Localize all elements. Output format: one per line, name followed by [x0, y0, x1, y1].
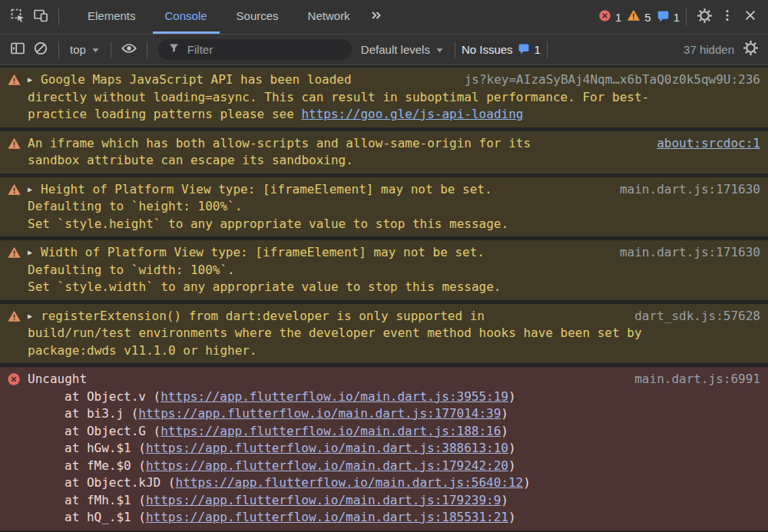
message-text: ) [508, 458, 516, 473]
chevron-down-icon [91, 43, 100, 56]
message-text: ) [523, 475, 531, 490]
console-toolbar: top Default levels [0, 35, 768, 65]
message-text: An iframe which has both allow-scripts a… [28, 136, 531, 150]
error-filter-badge[interactable]: 1 [598, 9, 621, 25]
message-line: package:dwds v11.1.0 or higher. [28, 342, 760, 360]
log-levels-dropdown[interactable]: Default levels [356, 41, 449, 58]
message-text: ) [508, 389, 516, 404]
inspect-cursor-icon [10, 8, 25, 26]
tab-sources[interactable]: Sources [224, 0, 291, 34]
more-options-button[interactable] [716, 5, 739, 28]
message-line: Set `style.width` to any appropriate val… [28, 279, 760, 296]
device-toolbar-icon [33, 8, 48, 26]
source-location-link[interactable]: about:srcdoc:1 [643, 135, 760, 153]
more-panels-button[interactable] [365, 5, 388, 28]
message-link[interactable]: https://app.flutterflow.io/main.dart.js:… [161, 424, 501, 438]
message-content: Uncaughtmain.dart.js:6991at Object.v (ht… [28, 371, 760, 527]
tab-network[interactable]: Network [296, 0, 362, 34]
message-line: Set `style.height` to any appropriate va… [28, 216, 760, 233]
message-link[interactable]: https://app.flutterflow.io/main.dart.js:… [146, 458, 508, 473]
message-filter-badge[interactable]: 1 [657, 9, 680, 25]
filter-input[interactable] [187, 43, 326, 56]
tab-console[interactable]: Console [153, 0, 220, 34]
javascript-context-selector[interactable]: top [65, 41, 104, 58]
message-content: ▶Width of Platform View type: [iframeEle… [28, 244, 760, 296]
message-link[interactable]: https://app.flutterflow.io/main.dart.js:… [146, 441, 508, 455]
eye-icon [121, 41, 137, 59]
message-line: ▶Width of Platform View type: [iframeEle… [28, 244, 760, 262]
toolbar-divider [686, 8, 687, 25]
message-line: at Object.kJD (https://app.flutterflow.i… [28, 474, 760, 492]
message-line: sandbox attribute can escape its sandbox… [28, 152, 760, 170]
message-text: practice loading patterns please see [28, 107, 301, 121]
device-toolbar-button[interactable] [29, 5, 52, 28]
source-location-link[interactable]: js?key=AIzaSyBAj4Nqm…x6bTaQ0z0k5qw9U:236 [451, 71, 760, 89]
message-text: build/run/test environments where the de… [28, 325, 642, 340]
sidebar-panel-icon [10, 41, 25, 59]
toolbar-divider [111, 41, 111, 58]
message-line: ▶registerExtension() from dart:developer… [28, 308, 760, 325]
message-line: Defaulting to `width: 100%`. [28, 262, 760, 279]
window-controls [693, 5, 762, 28]
console-settings-button[interactable] [739, 38, 762, 61]
source-location-link[interactable]: main.dart.js:6991 [621, 371, 760, 388]
message-text: at fMe.$0 ( [65, 458, 146, 473]
main-toolbar: ElementsConsoleSourcesNetwork 1 [0, 0, 768, 35]
message-link[interactable]: https://app.flutterflow.io/main.dart.js:… [146, 510, 508, 524]
message-link[interactable]: https://app.flutterflow.io/main.dart.js:… [138, 406, 501, 421]
message-link[interactable]: https://app.flutterflow.io/main.dart.js:… [146, 493, 501, 507]
message-line: at bi3.j (https://app.flutterflow.io/mai… [28, 405, 760, 423]
message-line: at Object.v (https://app.flutterflow.io/… [28, 388, 760, 406]
message-text: Width of Platform View type: [iframeElem… [41, 245, 485, 259]
message-text: Set `style.width` to any appropriate val… [28, 279, 502, 294]
message-text: Uncaught [28, 372, 87, 386]
message-line: build/run/test environments where the de… [28, 325, 760, 342]
clear-console-button[interactable] [29, 38, 52, 61]
console-message-warning: ▶registerExtension() from dart:developer… [0, 304, 768, 364]
inspect-element-button[interactable] [6, 5, 29, 28]
message-text: directly without loading=async. This can… [28, 90, 649, 104]
message-text: at Object.v ( [65, 389, 161, 404]
message-text: ) [501, 406, 508, 421]
gear-icon [743, 40, 759, 59]
message-link[interactable]: https://app.flutterflow.io/main.dart.js:… [161, 389, 508, 404]
panel-tabs: ElementsConsoleSourcesNetwork [73, 0, 365, 34]
expand-arrow-icon[interactable]: ▶ [28, 308, 41, 325]
message-link[interactable]: https://goo.gle/js-api-loading [301, 107, 523, 121]
message-text: at fMh.$1 ( [65, 493, 146, 507]
expand-arrow-icon[interactable]: ▶ [28, 71, 41, 89]
kebab-menu-icon [720, 8, 734, 25]
message-content: ▶Google Maps JavaScript API has been loa… [28, 71, 760, 124]
issues-count: 1 [535, 43, 541, 56]
console-sidebar-button[interactable] [6, 38, 29, 61]
message-link[interactable]: https://app.flutterflow.io/main.dart.js:… [176, 475, 524, 490]
message-bubble-icon [657, 9, 670, 25]
message-text: Height of Platform View type: [iframeEle… [41, 182, 492, 197]
source-location-link[interactable]: main.dart.js:171630 [606, 244, 760, 262]
warning-icon [7, 308, 22, 325]
message-line: at fMe.$0 (https://app.flutterflow.io/ma… [28, 458, 760, 475]
close-icon [743, 8, 757, 25]
close-devtools-button[interactable] [739, 5, 762, 28]
console-message-warning: ▶Height of Platform View type: [iframeEl… [0, 177, 768, 237]
toolbar-divider [58, 41, 59, 58]
message-text: registerExtension() from dart:developer … [41, 309, 485, 323]
warning-icon [7, 135, 22, 152]
message-count: 1 [674, 11, 680, 24]
issues-status[interactable]: No Issues 1 [462, 42, 541, 57]
message-line: Uncaughtmain.dart.js:6991 [28, 371, 760, 388]
live-expression-button[interactable] [118, 38, 141, 61]
expand-arrow-icon[interactable]: ▶ [28, 181, 41, 199]
clear-circle-slash-icon [33, 41, 48, 59]
toolbar-divider [547, 41, 548, 58]
filter-box[interactable] [158, 39, 352, 60]
source-location-link[interactable]: main.dart.js:171630 [606, 181, 760, 199]
source-location-link[interactable]: dart_sdk.js:57628 [621, 308, 760, 325]
settings-button[interactable] [693, 5, 716, 28]
tab-elements[interactable]: Elements [75, 0, 148, 34]
console-message-warning: ▶Width of Platform View type: [iframeEle… [0, 240, 768, 300]
warning-filter-badge[interactable]: 5 [627, 8, 650, 25]
issues-label: No Issues [462, 43, 513, 56]
gear-icon [697, 8, 713, 27]
expand-arrow-icon[interactable]: ▶ [28, 244, 41, 262]
